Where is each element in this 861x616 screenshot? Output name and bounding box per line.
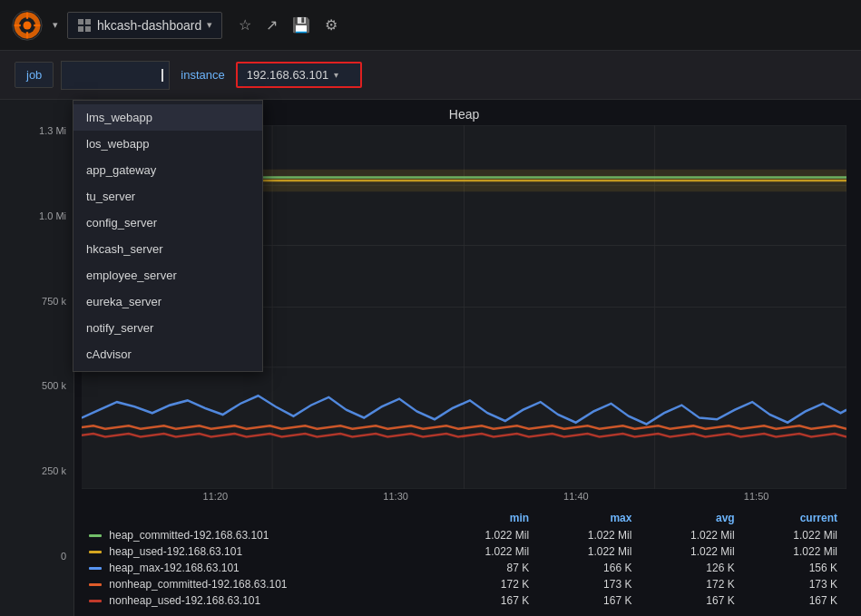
grafana-logo[interactable] <box>11 9 44 42</box>
left-panel: 1.3 Mi 1.0 Mi 750 k 500 k 250 k 0 <box>0 100 74 616</box>
dropdown-item-lms-webapp[interactable]: lms_webapp <box>73 104 262 131</box>
y-label-5: 250 k <box>7 465 66 476</box>
dropdown-item-app-gateway[interactable]: app_gateway <box>73 157 262 183</box>
job-button[interactable]: job <box>15 62 54 88</box>
legend-color-0 <box>89 534 102 537</box>
job-dropdown-menu: lms_webapp los_webapp app_gateway tu_ser… <box>73 100 263 372</box>
filterbar: job instance 192.168.63.101 ▾ <box>0 51 861 100</box>
legend-header-min: min <box>435 509 538 527</box>
legend-header-max: max <box>538 509 641 527</box>
svg-rect-11 <box>85 26 91 32</box>
legend-max: 167 K <box>538 592 641 609</box>
legend-row[interactable]: heap_max-192.168.63.101 87 K 166 K 126 K… <box>82 560 846 576</box>
instance-label: instance <box>177 63 228 87</box>
y-label-6: 0 <box>7 551 66 562</box>
x-axis: 11:20 11:30 11:40 11:50 <box>82 489 846 502</box>
legend-min: 87 K <box>435 560 538 576</box>
topbar-icons: ☆ ↗ 💾 ⚙ <box>239 16 338 34</box>
dropdown-item-hkcash-server[interactable]: hkcash_server <box>73 236 262 262</box>
dropdown-item-config-server[interactable]: config_server <box>73 210 262 236</box>
legend-label-text: nonheap_committed-192.168.63.101 <box>109 578 287 591</box>
legend-label-text: heap_max-192.168.63.101 <box>109 562 239 574</box>
dropdown-item-eureka-server[interactable]: eureka_server <box>73 288 262 315</box>
legend-label-text: nonheap_used-192.168.63.101 <box>109 594 260 607</box>
job-search-input[interactable] <box>67 68 161 82</box>
legend-label: heap_max-192.168.63.101 <box>82 560 435 576</box>
legend-avg: 172 K <box>641 576 743 592</box>
legend-min: 1.022 Mil <box>435 543 538 560</box>
y-label-3: 750 k <box>7 296 66 307</box>
legend-label: heap_used-192.168.63.101 <box>82 543 435 560</box>
svg-rect-9 <box>85 19 91 24</box>
star-icon[interactable]: ☆ <box>239 16 251 34</box>
legend-min: 172 K <box>435 576 538 592</box>
logo-dropdown-arrow[interactable]: ▾ <box>53 19 58 31</box>
dashboard-title: hkcash-dashboard <box>97 18 201 33</box>
legend-max: 173 K <box>538 576 641 592</box>
legend-current: 173 K <box>744 576 846 592</box>
x-label-3: 11:40 <box>563 491 589 502</box>
dropdown-item-notify-server[interactable]: notify_server <box>73 315 262 341</box>
save-icon[interactable]: 💾 <box>292 16 310 34</box>
dropdown-item-cadvisor[interactable]: cAdvisor <box>73 341 262 367</box>
instance-dropdown-arrow: ▾ <box>334 70 338 80</box>
legend-current: 1.022 Mil <box>744 543 846 560</box>
dashboard-title-btn[interactable]: hkcash-dashboard ▾ <box>67 12 222 39</box>
share-icon[interactable]: ↗ <box>266 16 278 34</box>
legend-label-text: heap_used-192.168.63.101 <box>109 545 242 558</box>
x-label-1: 11:20 <box>203 491 229 502</box>
legend-container: min max avg current heap_committed-192.1… <box>74 505 861 616</box>
x-label-2: 11:30 <box>383 491 408 502</box>
legend-header-avg: avg <box>641 509 743 527</box>
legend-row[interactable]: heap_committed-192.168.63.101 1.022 Mil … <box>82 527 846 543</box>
legend-label: heap_committed-192.168.63.101 <box>82 527 435 543</box>
legend-max: 1.022 Mil <box>538 527 641 543</box>
legend-label-text: heap_committed-192.168.63.101 <box>109 529 269 542</box>
legend-avg: 167 K <box>641 592 743 609</box>
legend-current: 156 K <box>744 560 846 576</box>
legend-avg: 1.022 Mil <box>641 543 743 560</box>
dropdown-item-tu-server[interactable]: tu_server <box>73 183 262 210</box>
settings-icon[interactable]: ⚙ <box>325 16 338 34</box>
legend-current: 167 K <box>744 592 846 609</box>
legend-header-current: current <box>744 509 846 527</box>
svg-rect-10 <box>78 26 83 32</box>
y-label-2: 1.0 Mi <box>7 210 66 221</box>
legend-table: min max avg current heap_committed-192.1… <box>82 509 846 609</box>
main-content: 1.3 Mi 1.0 Mi 750 k 500 k 250 k 0 lms_we… <box>0 100 861 616</box>
instance-value: 192.168.63.101 <box>247 68 328 82</box>
svg-point-3 <box>24 21 32 29</box>
legend-row[interactable]: nonheap_used-192.168.63.101 167 K 167 K … <box>82 592 846 609</box>
legend-color-3 <box>89 583 102 586</box>
legend-header-name <box>82 509 435 527</box>
legend-label: nonheap_used-192.168.63.101 <box>82 592 435 609</box>
legend-avg: 126 K <box>641 560 743 576</box>
instance-dropdown[interactable]: 192.168.63.101 ▾ <box>236 62 362 88</box>
dashboard-dropdown-arrow: ▾ <box>207 19 212 31</box>
legend-min: 167 K <box>435 592 538 609</box>
y-label-4: 500 k <box>7 380 66 391</box>
y-axis-labels: 1.3 Mi 1.0 Mi 750 k 500 k 250 k 0 <box>0 100 73 616</box>
legend-current: 1.022 Mil <box>744 527 846 543</box>
topbar: ▾ hkcash-dashboard ▾ ☆ ↗ 💾 ⚙ <box>0 0 861 51</box>
job-search-input-wrap[interactable] <box>61 61 170 90</box>
dropdown-item-employee-server[interactable]: employee_server <box>73 262 262 288</box>
legend-color-1 <box>89 551 102 553</box>
legend-min: 1.022 Mil <box>435 527 538 543</box>
legend-avg: 1.022 Mil <box>641 527 743 543</box>
y-label-1: 1.3 Mi <box>7 125 66 136</box>
legend-row[interactable]: nonheap_committed-192.168.63.101 172 K 1… <box>82 576 846 592</box>
legend-color-4 <box>89 600 102 602</box>
legend-color-2 <box>89 567 102 570</box>
dropdown-item-los-webapp[interactable]: los_webapp <box>73 131 262 157</box>
legend-max: 166 K <box>538 560 641 576</box>
x-label-4: 11:50 <box>744 491 769 502</box>
svg-rect-8 <box>78 19 83 24</box>
legend-label: nonheap_committed-192.168.63.101 <box>82 576 435 592</box>
legend-row[interactable]: heap_used-192.168.63.101 1.022 Mil 1.022… <box>82 543 846 560</box>
legend-max: 1.022 Mil <box>538 543 641 560</box>
